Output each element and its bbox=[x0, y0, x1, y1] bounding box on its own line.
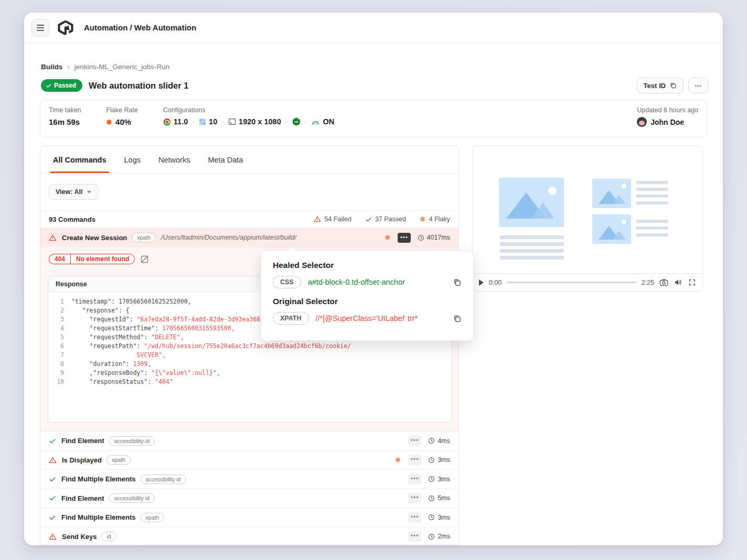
flaky-snowflake-icon: ❄ bbox=[385, 234, 391, 241]
command-duration: 3ms bbox=[428, 476, 450, 483]
line-number: 9 bbox=[48, 369, 64, 378]
copy-icon bbox=[453, 278, 462, 287]
commands-panel: All CommandsLogsNetworksMeta Data View: … bbox=[40, 146, 459, 545]
locator-pill: xpath bbox=[132, 233, 156, 242]
config-item: 11.0 bbox=[163, 117, 188, 126]
command-row-is-displayed[interactable]: Is Displayedxpath❄•••3ms bbox=[40, 450, 458, 470]
volume-button[interactable] bbox=[674, 278, 682, 286]
breadcrumb-builds-link[interactable]: Builds bbox=[41, 63, 62, 71]
error-code: 404 bbox=[49, 254, 70, 264]
command-name: Find Element bbox=[61, 494, 104, 502]
healed-selector-heading: Healed Selector bbox=[273, 261, 462, 270]
command-row-find-multiple-elements[interactable]: Find Multiple Elementsxpath•••3ms bbox=[40, 508, 458, 527]
code-key: "timestamp": 1705665601625252000, bbox=[71, 297, 191, 306]
row-more-button[interactable]: ••• bbox=[408, 512, 422, 523]
tab-logs[interactable]: Logs bbox=[124, 146, 141, 173]
locator-pill: xpath bbox=[106, 455, 131, 465]
healed-selector-popover: Healed Selector CSS a#td-block-0.td-offs… bbox=[261, 251, 474, 341]
app-header: Automation / Web Automation bbox=[24, 13, 723, 43]
check-icon bbox=[49, 494, 56, 502]
command-duration: 4ms bbox=[428, 437, 450, 445]
tab-meta-data[interactable]: Meta Data bbox=[208, 146, 243, 173]
placeholder-image-small-2 bbox=[592, 214, 631, 244]
row-more-button[interactable]: ••• bbox=[408, 455, 422, 465]
code-value: "DELETE", bbox=[151, 333, 184, 342]
code-value: 1705665600315593500, bbox=[162, 324, 234, 333]
user-row: John Doe bbox=[637, 117, 698, 127]
tab-all-commands[interactable]: All Commands bbox=[53, 146, 106, 173]
more-actions-button[interactable]: ⋯ bbox=[688, 78, 708, 93]
video-player: 0:00 2:25 bbox=[472, 146, 703, 292]
clock-icon bbox=[428, 457, 435, 464]
view-filter-dropdown[interactable]: View: All bbox=[49, 184, 98, 200]
command-row-send-keys[interactable]: Send Keysid•••2ms bbox=[40, 527, 458, 546]
command-row-find-element[interactable]: Find Elementaccessibility id•••5ms bbox=[40, 489, 458, 508]
play-button[interactable] bbox=[479, 279, 484, 286]
clock-icon bbox=[428, 514, 435, 521]
command-name: Is Displayed bbox=[62, 456, 102, 464]
command-name: Find Multiple Elements bbox=[61, 513, 136, 521]
tunnel-icon bbox=[311, 119, 320, 125]
code-value: "/wd/hub/session/755e20a6ac3cf7ac4b69d3a… bbox=[144, 342, 351, 351]
clock-icon bbox=[428, 476, 435, 482]
screenshot-camera-button[interactable] bbox=[659, 278, 668, 286]
page-title: Automation / Web Automation bbox=[84, 23, 196, 32]
hamburger-menu-button[interactable] bbox=[31, 19, 49, 37]
healed-selector-value: a#td-block-0.td-offset-anchor bbox=[308, 278, 405, 286]
passed-count: 37 Passed bbox=[365, 216, 406, 223]
command-name: Find Multiple Elements bbox=[61, 475, 136, 483]
stat-flake-rate: Flake Rate ❄40% bbox=[106, 106, 137, 131]
code-value: "404" bbox=[155, 378, 173, 386]
tab-networks[interactable]: Networks bbox=[158, 146, 190, 173]
flaky-count: ❄ 4 Flaky bbox=[420, 216, 450, 223]
original-selector-value: //*[@SuperClass='UILabel' trr* bbox=[316, 314, 418, 322]
row-more-button[interactable]: ••• bbox=[408, 531, 422, 542]
code-key: "response": { bbox=[71, 306, 130, 315]
code-line: 6 "requestPath": "/wd/hub/session/755e20… bbox=[48, 342, 452, 351]
line-number: 7 bbox=[48, 351, 64, 360]
command-name: Create New Session bbox=[62, 234, 127, 242]
command-row-find-multiple-elements[interactable]: Find Multiple Elementsaccessibility id••… bbox=[40, 469, 458, 489]
fullscreen-button[interactable] bbox=[688, 278, 696, 286]
row-more-button[interactable]: ••• bbox=[408, 493, 422, 503]
error-badge: 404 No element found bbox=[49, 254, 149, 264]
console-log-icon[interactable]: ••• bbox=[398, 233, 411, 243]
warning-icon bbox=[49, 456, 57, 464]
selenium-icon: se bbox=[292, 117, 301, 126]
line-number: 5 bbox=[48, 333, 64, 342]
code-value: SVCVER", bbox=[71, 351, 166, 360]
copy-icon bbox=[669, 82, 677, 89]
warning-icon bbox=[49, 234, 57, 242]
seek-bar[interactable] bbox=[507, 282, 636, 283]
clock-icon bbox=[428, 437, 435, 444]
code-key: "requestId": bbox=[71, 315, 137, 324]
command-row-find-element[interactable]: Find Elementaccessibility-id•••4ms bbox=[40, 431, 458, 450]
line-number: 4 bbox=[48, 324, 64, 333]
command-row-create-new-session[interactable]: Create New Session xpath /Users/ltadmin/… bbox=[40, 228, 458, 247]
code-line: 7 SVCVER", bbox=[48, 351, 452, 360]
command-duration: 4017ms bbox=[418, 234, 450, 241]
code-key: "responseStatus": bbox=[71, 378, 155, 386]
config-value: 1920 x 1080 bbox=[239, 117, 281, 126]
clock-icon bbox=[428, 495, 435, 502]
copy-healed-button[interactable] bbox=[453, 278, 462, 287]
command-duration: 3ms bbox=[428, 514, 450, 521]
row-more-button[interactable]: ••• bbox=[408, 474, 422, 484]
clock-icon bbox=[428, 533, 435, 540]
windows-icon bbox=[199, 118, 206, 125]
chrome-icon bbox=[163, 118, 171, 126]
code-key: "requestMethod": bbox=[71, 333, 151, 342]
breadcrumb-current: jenkins-ML_Generic_jobs-Run bbox=[74, 63, 170, 71]
chevron-down-icon bbox=[87, 191, 91, 193]
placeholder-image-small-1 bbox=[592, 179, 631, 208]
warning-icon bbox=[314, 216, 321, 223]
line-number: 3 bbox=[48, 315, 64, 324]
resolution-icon bbox=[228, 118, 236, 125]
copy-original-button[interactable] bbox=[453, 314, 462, 323]
video-controls: 0:00 2:25 bbox=[473, 273, 702, 291]
app-logo-icon bbox=[57, 20, 74, 36]
row-more-button[interactable]: ••• bbox=[408, 436, 422, 446]
test-id-button[interactable]: Test ID bbox=[637, 78, 684, 93]
avatar bbox=[637, 117, 647, 127]
healed-type-pill: CSS bbox=[273, 276, 301, 288]
